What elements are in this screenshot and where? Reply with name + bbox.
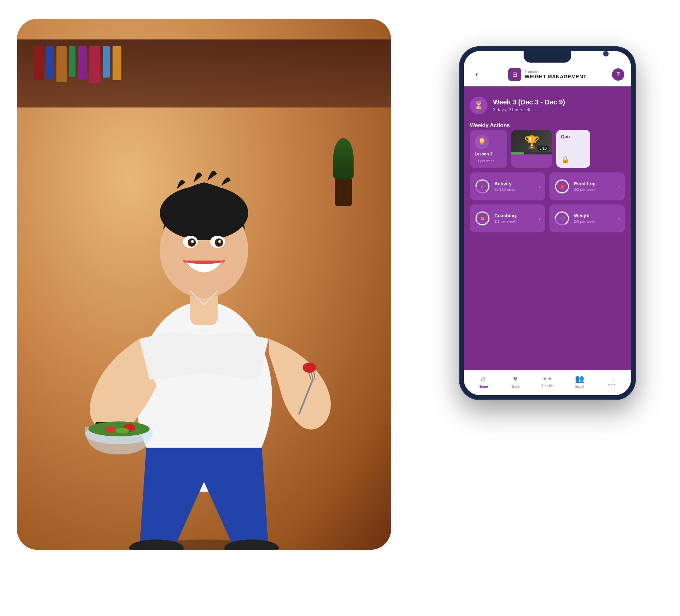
brand-area: ⊟ Transform WEIGHT MANAGEMENT	[508, 68, 586, 81]
activity-info: Activity 95/150 mins	[494, 181, 535, 192]
quiz-title: Quiz	[561, 134, 585, 139]
nav-benefits-label: Benefits	[541, 384, 554, 388]
activity-progress-ring: 🏃	[475, 179, 490, 194]
svg-text:🏃: 🏃	[480, 184, 485, 189]
home-icon: ⌂	[481, 374, 486, 383]
svg-point-17	[116, 428, 129, 433]
brand-text: Transform WEIGHT MANAGEMENT	[525, 70, 586, 79]
benefits-icon: ✦✦	[542, 375, 552, 383]
svg-text:🍎: 🍎	[559, 184, 564, 189]
trophy-icon: 🏆	[524, 135, 540, 149]
lesson-icon: 💡	[475, 135, 489, 149]
main-scene: ‹ ⊟ Transform WEIGHT MANAGEMENT ?	[17, 19, 663, 597]
help-button[interactable]: ?	[612, 68, 624, 81]
activity-title: Activity	[494, 181, 535, 186]
foodlog-progress-ring: 🍎	[554, 179, 570, 194]
coaching-info: Coaching 1/1 per week	[494, 213, 535, 223]
nav-home[interactable]: ⌂ Home	[473, 374, 493, 388]
weight-title: Weight	[574, 213, 614, 218]
foodlog-sub: 3/3 per week	[574, 187, 614, 192]
achievement-card[interactable]: 🏆 3/10	[511, 130, 552, 168]
foodlog-info: Food Log 3/3 per week	[574, 181, 614, 192]
phone-camera	[603, 51, 609, 56]
svg-text:🎯: 🎯	[480, 216, 485, 221]
svg-point-22	[303, 363, 316, 373]
weekly-actions-row: 💡 Lesson 3 0/1 per week 🏆 3/10	[470, 130, 625, 168]
svg-point-9	[191, 240, 194, 243]
svg-point-10	[218, 240, 221, 243]
week-title: Week 3 (Dec 3 - Dec 9)	[493, 98, 565, 106]
nav-social[interactable]: 👥 Social	[569, 374, 590, 388]
foodlog-arrow: ›	[618, 183, 620, 189]
coaching-arrow: ›	[539, 215, 541, 221]
activity-arrow: ›	[539, 183, 541, 189]
activity-card[interactable]: 🏃 Activity 95/150 mins ›	[470, 172, 545, 200]
nav-more-label: More	[608, 383, 615, 387]
nav-benefits[interactable]: ✦✦ Benefits	[537, 375, 558, 388]
social-icon: 👥	[575, 374, 584, 383]
brand-title: WEIGHT MANAGEMENT	[525, 73, 586, 79]
phone-device: ‹ ⊟ Transform WEIGHT MANAGEMENT ?	[459, 46, 636, 400]
weight-progress-ring: ⚖️	[554, 211, 570, 226]
week-info: Week 3 (Dec 3 - Dec 9) 3 days, 2 hours l…	[493, 98, 565, 112]
more-icon: ···	[608, 376, 615, 382]
week-icon: ⏳	[470, 97, 488, 114]
quiz-lock-icon: 🔒	[561, 155, 585, 164]
lesson-sublabel: 0/1 per week	[475, 159, 494, 163]
health-icon: ♥	[513, 374, 517, 383]
weight-info: Weight 2/3 per week	[574, 213, 614, 223]
coaching-progress-ring: 🎯	[475, 211, 490, 226]
weight-arrow: ›	[618, 215, 620, 221]
brand-icon: ⊟	[508, 68, 521, 81]
achievement-progress-bar	[511, 152, 552, 154]
phone-screen: ‹ ⊟ Transform WEIGHT MANAGEMENT ?	[464, 51, 631, 395]
weight-card[interactable]: ⚖️ Weight 2/3 per week ›	[549, 204, 625, 232]
nav-health-label: Health	[510, 385, 520, 388]
lesson-card[interactable]: 💡 Lesson 3 0/1 per week	[470, 130, 507, 168]
grid-actions: 🏃 Activity 95/150 mins ›	[470, 172, 625, 232]
achievement-image: 🏆 3/10	[511, 130, 552, 154]
week-subtitle: 3 days, 2 hours left	[493, 107, 565, 112]
brand-subtitle: Transform	[525, 70, 586, 73]
activity-sub: 95/150 mins	[494, 187, 535, 192]
svg-text:⚖️: ⚖️	[560, 216, 564, 221]
foodlog-card[interactable]: 🍎 Food Log 3/3 per week ›	[549, 172, 625, 200]
app-content: ⏳ Week 3 (Dec 3 - Dec 9) 3 days, 2 hours…	[464, 86, 631, 370]
back-button[interactable]: ‹	[471, 68, 483, 81]
svg-point-16	[106, 426, 115, 433]
weight-sub: 2/3 per week	[574, 219, 614, 223]
weekly-actions-section: Weekly Actions 💡 Lesson 3 0/1 per week	[470, 122, 625, 168]
coaching-sub: 1/1 per week	[494, 219, 535, 223]
nav-more[interactable]: ··· More	[601, 376, 622, 387]
week-header: ⏳ Week 3 (Dec 3 - Dec 9) 3 days, 2 hours…	[470, 93, 625, 118]
phone-notch	[524, 51, 571, 63]
weekly-actions-title: Weekly Actions	[470, 122, 625, 129]
coaching-card[interactable]: 🎯 Coaching 1/1 per week ›	[470, 204, 545, 232]
nav-home-label: Home	[478, 385, 488, 388]
foodlog-title: Food Log	[574, 181, 614, 186]
photo-card	[17, 19, 391, 550]
quiz-card[interactable]: Quiz 🔒	[556, 130, 590, 168]
bottom-nav: ⌂ Home ♥ Health ✦✦ Benefits 👥 Social	[464, 370, 631, 395]
nav-social-label: Social	[575, 385, 584, 388]
lesson-label: Lesson 3	[475, 152, 492, 156]
person-figure	[17, 19, 391, 550]
coaching-title: Coaching	[494, 213, 535, 218]
nav-health[interactable]: ♥ Health	[505, 374, 526, 388]
